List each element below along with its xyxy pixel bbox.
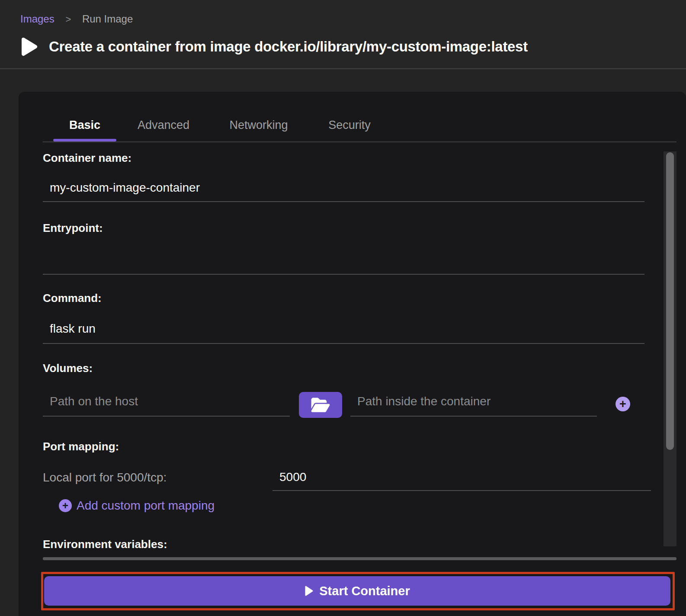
volume-container-path-input[interactable] xyxy=(350,389,597,417)
breadcrumb: Images > Run Image xyxy=(20,13,133,25)
local-port-input[interactable] xyxy=(272,466,651,491)
page-title: Create a container from image docker.io/… xyxy=(49,38,528,55)
create-container-panel: Basic Advanced Networking Security Conta… xyxy=(19,92,686,616)
plus-icon: + xyxy=(619,398,626,411)
plus-circle-icon: + xyxy=(59,499,72,512)
play-icon xyxy=(20,37,38,56)
vertical-scrollbar-thumb[interactable] xyxy=(666,152,674,450)
command-input[interactable] xyxy=(43,317,644,344)
start-container-label: Start Container xyxy=(319,584,410,598)
volume-host-path-input[interactable] xyxy=(43,389,290,417)
vertical-scrollbar-track[interactable] xyxy=(664,151,676,546)
page-header: Images > Run Image Create a container fr… xyxy=(0,0,686,69)
breadcrumb-current-page: Run Image xyxy=(82,13,133,25)
add-custom-port-mapping-link[interactable]: + Add custom port mapping xyxy=(59,499,215,513)
environment-variables-label: Environment variables: xyxy=(43,538,167,550)
local-port-label: Local port for 5000/tcp: xyxy=(43,471,167,484)
entrypoint-input[interactable] xyxy=(43,234,644,275)
start-container-button[interactable]: Start Container xyxy=(44,576,670,606)
command-label: Command: xyxy=(43,292,102,305)
container-name-input[interactable] xyxy=(43,176,644,202)
run-image-page: Images > Run Image Create a container fr… xyxy=(0,0,686,616)
tab-basic[interactable]: Basic xyxy=(53,117,116,135)
horizontal-scrollbar[interactable] xyxy=(43,557,676,560)
breadcrumb-separator: > xyxy=(65,14,71,25)
tab-security[interactable]: Security xyxy=(303,117,396,135)
tab-networking[interactable]: Networking xyxy=(214,117,303,135)
volumes-label: Volumes: xyxy=(43,362,93,375)
folder-open-icon xyxy=(311,397,330,413)
breadcrumb-images-link[interactable]: Images xyxy=(20,13,54,25)
container-form: Container name: Entrypoint: Command: Vol… xyxy=(19,142,686,550)
entrypoint-label: Entrypoint: xyxy=(43,221,103,235)
browse-folder-button[interactable] xyxy=(299,392,342,418)
add-custom-port-mapping-label: Add custom port mapping xyxy=(77,499,215,513)
play-icon-small xyxy=(305,586,313,596)
port-mapping-label: Port mapping: xyxy=(43,440,119,453)
title-row: Create a container from image docker.io/… xyxy=(20,37,528,56)
tab-advanced[interactable]: Advanced xyxy=(122,117,205,135)
add-volume-button[interactable]: + xyxy=(615,397,630,411)
container-name-label: Container name: xyxy=(43,151,131,165)
